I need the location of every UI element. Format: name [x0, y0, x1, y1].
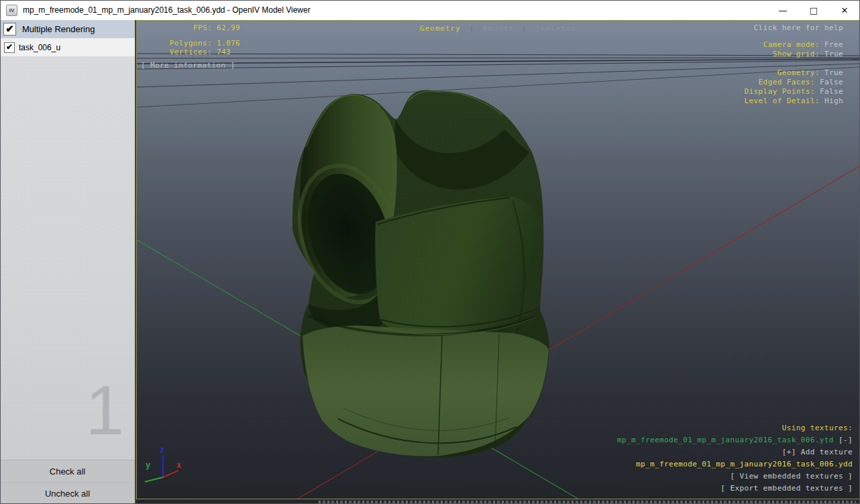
camera-mode-label: Camera mode:	[763, 40, 820, 49]
3d-viewport[interactable]: z y x FPS: 62,99 Polygons: 1.076 Vertice…	[136, 20, 860, 499]
window-controls: — □ ✕	[767, 0, 860, 20]
minimize-button[interactable]: —	[767, 0, 798, 20]
model-item-task-006-u[interactable]: ✔ task_006_u	[0, 38, 135, 56]
openiv-model-viewer-window: IV mp_m_freemode_01_mp_m_january2016_tas…	[0, 0, 860, 504]
vertices-readout: Vertices: 743	[157, 48, 240, 56]
tab-bounds[interactable]: Bounds	[483, 24, 514, 33]
maximize-button[interactable]: □	[798, 0, 829, 20]
axis-z-label: z	[160, 445, 164, 454]
edged-faces-label: Edged Faces:	[759, 78, 815, 86]
openiv-icon-text: IV	[9, 7, 15, 13]
axis-gizmo: z y x	[145, 445, 181, 482]
render-settings: Geometry:True Edged Faces:False Display …	[745, 68, 843, 106]
geometry-label: Geometry:	[777, 68, 820, 77]
camera-settings: Camera mode:Free Show grid:True	[763, 40, 843, 59]
view-mode-tabs: Geometry | Bounds | Skeleton	[137, 24, 859, 33]
tab-skeleton[interactable]: Skeleton	[535, 24, 576, 33]
close-icon: ✕	[841, 5, 849, 15]
ydd-file-name: mp_m_freemode_01_mp_m_january2016_task_0…	[617, 458, 853, 470]
checkbox-checked-icon[interactable]: ✔	[3, 23, 16, 36]
level-of-detail-label: Level of Detail:	[745, 97, 820, 105]
axis-y-line	[145, 477, 163, 482]
clipped-text-glyph-tops	[319, 501, 856, 503]
export-embedded-textures-button[interactable]: [ Export embedded textures ]	[617, 483, 853, 495]
model-count-watermark: 1	[85, 375, 124, 445]
show-grid-value: True	[824, 50, 843, 58]
more-information-button[interactable]: [ More information ]	[141, 61, 235, 70]
sidebar-bottom-actions: Check all Uncheck all	[0, 460, 135, 504]
using-textures-header: Using textures:	[617, 422, 853, 434]
axis-x-label: x	[176, 460, 181, 470]
model-list-sidebar: ✔ Multiple Rendering ✔ task_006_u 1 Chec…	[0, 20, 136, 504]
check-glyph: ✔	[5, 23, 14, 34]
polygons-label: Polygons:	[157, 39, 212, 48]
camera-mode-value: Free	[824, 40, 843, 49]
check-glyph: ✔	[6, 43, 13, 51]
view-embedded-textures-button[interactable]: [ View embedded textures ]	[617, 470, 853, 483]
close-button[interactable]: ✕	[829, 0, 860, 20]
show-grid-label: Show grid:	[773, 50, 820, 58]
multiple-rendering-toggle[interactable]: ✔ Multiple Rendering	[0, 20, 135, 38]
display-points-value: False	[820, 87, 843, 96]
display-points-label: Display Points:	[745, 87, 815, 96]
check-all-button[interactable]: Check all	[0, 460, 135, 482]
tab-separator: |	[469, 24, 474, 33]
title-bar: IV mp_m_freemode_01_mp_m_january2016_tas…	[0, 0, 860, 20]
vertices-value: 743	[217, 48, 231, 56]
vest-model[interactable]	[284, 90, 549, 457]
camera-mode-setting[interactable]: Camera mode:Free	[763, 40, 843, 50]
checkbox-checked-icon[interactable]: ✔	[4, 42, 15, 53]
vertices-label: Vertices:	[157, 48, 212, 56]
ytd-texture-row: mp_m_freemode_01_mp_m_january2016_task_0…	[617, 434, 853, 446]
ytd-file-name: mp_m_freemode_01_mp_m_january2016_task_0…	[617, 436, 834, 444]
level-of-detail-value: High	[824, 97, 843, 105]
textures-panel: Using textures: mp_m_freemode_01_mp_m_ja…	[617, 422, 853, 495]
display-points-setting[interactable]: Display Points:False	[745, 87, 843, 97]
tab-geometry[interactable]: Geometry	[420, 24, 461, 33]
tab-separator: |	[522, 24, 527, 33]
edged-faces-value: False	[820, 78, 843, 86]
multiple-rendering-label: Multiple Rendering	[22, 24, 95, 34]
edged-faces-setting[interactable]: Edged Faces:False	[745, 78, 843, 87]
model-item-label: task_006_u	[19, 43, 60, 52]
level-of-detail-setting[interactable]: Level of Detail:High	[745, 97, 843, 106]
polygons-value: 1.076	[217, 39, 240, 48]
add-texture-button[interactable]: [+] Add texture	[617, 446, 853, 458]
maximize-icon: □	[810, 5, 818, 15]
show-grid-setting[interactable]: Show grid:True	[763, 50, 843, 59]
minimize-icon: —	[779, 5, 788, 15]
remove-texture-button[interactable]: [-]	[839, 436, 853, 444]
geometry-value: True	[824, 68, 843, 77]
openiv-app-icon: IV	[6, 5, 17, 16]
uncheck-all-button[interactable]: Uncheck all	[0, 482, 135, 504]
axis-x-line	[163, 470, 178, 477]
geometry-setting[interactable]: Geometry:True	[745, 68, 843, 78]
polygons-readout: Polygons: 1.076	[157, 39, 240, 48]
window-title: mp_m_freemode_01_mp_m_january2016_task_0…	[23, 5, 311, 15]
axis-y-label: y	[146, 460, 150, 470]
help-link[interactable]: Click here for help	[754, 23, 843, 32]
clipped-status-line	[136, 499, 860, 504]
